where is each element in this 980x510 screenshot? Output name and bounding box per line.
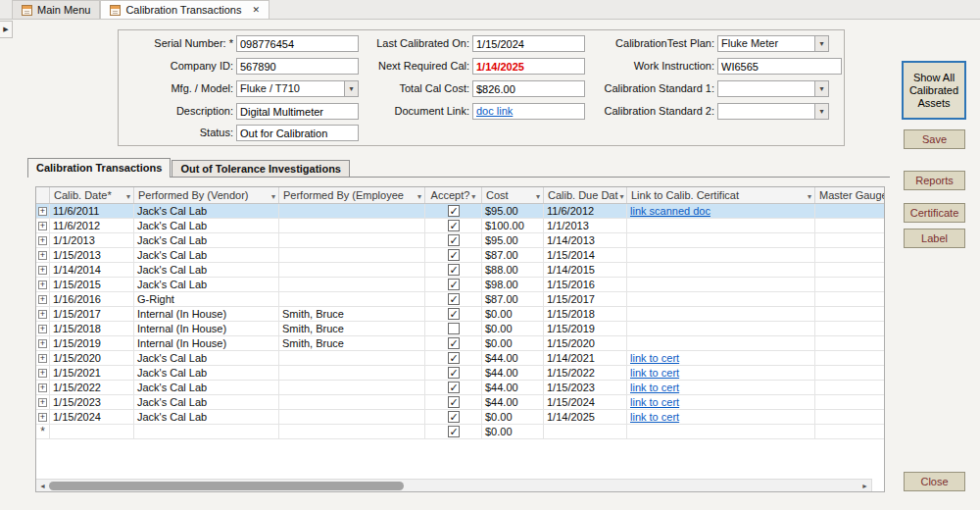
- column-filter-icon[interactable]: [270, 189, 275, 201]
- cell-calib-date[interactable]: 1/15/2017: [50, 307, 134, 321]
- tab-calibration-transactions[interactable]: Calibration Transactions: [100, 0, 270, 19]
- scroll-left-icon[interactable]: [36, 480, 49, 491]
- tab-main-menu[interactable]: Main Menu: [12, 0, 100, 19]
- cell-calib-due-date[interactable]: 1/15/2023: [544, 381, 627, 394]
- cell-cost[interactable]: $0.00: [482, 336, 544, 350]
- accept-checkbox[interactable]: [448, 367, 460, 379]
- certificate-link[interactable]: link to cert: [630, 352, 679, 364]
- cell-accept[interactable]: [425, 322, 482, 335]
- cell-master-gauges[interactable]: [815, 322, 884, 335]
- cell-cost[interactable]: $0.00: [482, 307, 544, 321]
- cell-performed-by-vendor[interactable]: Jack's Cal Lab: [134, 204, 279, 218]
- cell-calib-due-date[interactable]: 1/15/2022: [544, 366, 627, 380]
- cell-cost[interactable]: $0.00: [482, 322, 544, 335]
- row-expand-cell[interactable]: +: [36, 366, 50, 380]
- grid-row[interactable]: +11/6/2011Jack's Cal Lab$95.0011/6/2012l…: [36, 204, 884, 219]
- last-calibrated-input[interactable]: [472, 35, 585, 52]
- row-expand-cell[interactable]: +: [36, 351, 50, 365]
- show-all-calibrated-assets-button[interactable]: Show All Calibrated Assets: [902, 61, 966, 120]
- cell-performed-by-vendor[interactable]: Jack's Cal Lab: [134, 381, 279, 394]
- column-header-performed-by-vendor[interactable]: Performed By (Vendor): [134, 187, 279, 203]
- cell-calib-date[interactable]: 1/15/2022: [50, 381, 134, 394]
- cell-accept[interactable]: [425, 292, 482, 306]
- cell-accept[interactable]: [425, 204, 482, 218]
- label-button[interactable]: Label: [904, 229, 965, 248]
- row-expand-cell[interactable]: +: [36, 204, 50, 218]
- cell-master-gauges[interactable]: [815, 219, 884, 232]
- column-header-cost[interactable]: Cost: [482, 187, 544, 203]
- cell-master-gauges[interactable]: [815, 204, 884, 218]
- grid-row[interactable]: +1/15/2024Jack's Cal Lab$0.001/14/2025li…: [36, 410, 884, 425]
- row-expand-cell[interactable]: +: [36, 410, 50, 424]
- mfg-model-combobox[interactable]: Fluke / T710: [236, 80, 359, 97]
- next-required-input[interactable]: [472, 58, 585, 75]
- cell-performed-by-vendor[interactable]: Internal (In House): [134, 322, 279, 335]
- cell-accept[interactable]: [425, 381, 482, 394]
- scrollbar-thumb[interactable]: [49, 482, 404, 490]
- cell-certificate-link[interactable]: link to cert: [627, 351, 815, 365]
- row-expand-cell[interactable]: +: [36, 307, 50, 321]
- cell-performed-by-vendor[interactable]: Internal (In House): [134, 336, 279, 350]
- row-expand-cell[interactable]: +: [36, 263, 50, 277]
- cell-master-gauges[interactable]: [815, 263, 884, 277]
- accept-checkbox[interactable]: [448, 249, 460, 261]
- column-header-performed-by-employee[interactable]: Performed By (Employee: [279, 187, 425, 203]
- cell-performed-by-employee[interactable]: [279, 219, 425, 232]
- accept-checkbox[interactable]: [448, 337, 460, 349]
- close-tab-icon[interactable]: [252, 6, 260, 15]
- cell-certificate-link[interactable]: link to cert: [627, 395, 815, 409]
- expand-subdatasheet-icon[interactable]: +: [38, 295, 47, 304]
- row-expand-cell[interactable]: +: [36, 219, 50, 232]
- row-expand-cell[interactable]: +: [36, 322, 50, 335]
- certificate-link[interactable]: link to cert: [630, 367, 679, 379]
- cell-calib-due-date[interactable]: 1/15/2024: [544, 395, 627, 409]
- cell-performed-by-employee[interactable]: [279, 248, 425, 262]
- cell-calib-due-date[interactable]: [544, 425, 627, 438]
- chevron-down-icon[interactable]: [344, 81, 358, 96]
- accept-checkbox[interactable]: [448, 205, 460, 217]
- cell-calib-date[interactable]: 1/1/2013: [50, 233, 134, 247]
- cell-calib-due-date[interactable]: 1/14/2013: [544, 233, 627, 247]
- column-header-accept[interactable]: Accept?: [425, 187, 482, 203]
- expand-subdatasheet-icon[interactable]: +: [38, 369, 47, 378]
- grid-row[interactable]: +1/15/2023Jack's Cal Lab$44.001/15/2024l…: [36, 395, 884, 410]
- cell-calib-date[interactable]: 1/15/2021: [50, 366, 134, 380]
- cell-accept[interactable]: [425, 351, 482, 365]
- grid-row[interactable]: +1/15/2015Jack's Cal Lab$98.001/15/2016: [36, 278, 884, 292]
- company-id-input[interactable]: [236, 58, 359, 75]
- certificate-link[interactable]: link scanned doc: [630, 205, 710, 217]
- cal-standard-2-combobox[interactable]: [717, 103, 829, 120]
- cell-certificate-link[interactable]: [627, 292, 815, 306]
- cell-accept[interactable]: [425, 248, 482, 262]
- row-selector-cell[interactable]: *: [36, 425, 50, 438]
- cell-accept[interactable]: [425, 395, 482, 409]
- expand-subdatasheet-icon[interactable]: +: [38, 354, 47, 363]
- cell-cost[interactable]: $95.00: [482, 233, 544, 247]
- column-filter-icon[interactable]: [469, 189, 475, 201]
- cell-accept[interactable]: [425, 219, 482, 232]
- row-expand-cell[interactable]: +: [36, 233, 50, 247]
- grid-row[interactable]: +1/16/2016G-Right$87.001/15/2017: [36, 292, 884, 307]
- row-expand-cell[interactable]: +: [36, 395, 50, 409]
- cell-calib-due-date[interactable]: 1/15/2014: [544, 248, 627, 262]
- total-cost-input[interactable]: [472, 80, 585, 97]
- grid-row[interactable]: +1/15/2018Internal (In House)Smith, Bruc…: [36, 322, 884, 336]
- cell-cost[interactable]: $98.00: [482, 278, 544, 291]
- cell-master-gauges[interactable]: [815, 381, 884, 394]
- grid-row[interactable]: +1/15/2020Jack's Cal Lab$44.001/14/2021l…: [36, 351, 884, 366]
- cell-certificate-link[interactable]: [627, 307, 815, 321]
- row-expand-cell[interactable]: +: [36, 381, 50, 394]
- certificate-link[interactable]: link to cert: [630, 396, 679, 408]
- column-filter-icon[interactable]: [534, 189, 540, 201]
- cell-certificate-link[interactable]: link to cert: [627, 366, 815, 380]
- cell-calib-due-date[interactable]: 1/14/2021: [544, 351, 627, 365]
- certificate-link[interactable]: link to cert: [630, 382, 679, 393]
- cell-performed-by-employee[interactable]: [279, 395, 425, 409]
- cell-cost[interactable]: $95.00: [482, 204, 544, 218]
- column-header-calib-date[interactable]: Calib. Date*: [50, 187, 134, 203]
- cell-performed-by-employee[interactable]: Smith, Bruce: [279, 322, 425, 335]
- cell-master-gauges[interactable]: [815, 307, 884, 321]
- cell-master-gauges[interactable]: [815, 233, 884, 247]
- cell-cost[interactable]: $44.00: [482, 351, 544, 365]
- cell-calib-date[interactable]: 11/6/2011: [50, 204, 134, 218]
